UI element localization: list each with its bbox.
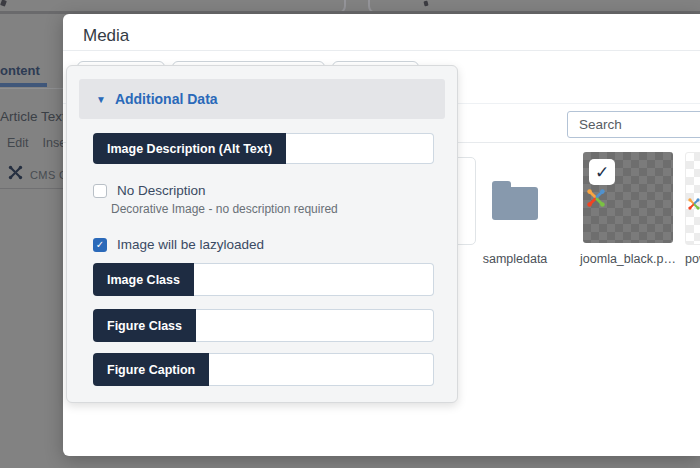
figure-caption-input[interactable] [209, 353, 434, 386]
no-description-label[interactable]: No Description [117, 183, 206, 198]
tab-content[interactable]: ontent [0, 63, 40, 78]
cms-status-label: CMS C [30, 169, 67, 181]
figure-class-input[interactable] [196, 309, 434, 342]
no-description-row: No Description [93, 183, 206, 198]
alt-text-label: Image Description (Alt Text) [93, 133, 286, 164]
alt-text-input[interactable] [286, 133, 434, 164]
selected-check-badge[interactable]: ✓ [589, 159, 615, 185]
panel-title: Additional Data [115, 91, 218, 107]
divider [0, 88, 63, 89]
menu-item-edit[interactable]: Edit [7, 136, 29, 150]
alt-text-field-group: Image Description (Alt Text) [93, 133, 434, 164]
check-icon: ✓ [96, 239, 104, 250]
divider [0, 188, 63, 189]
no-description-helper: Decorative Image - no description requir… [111, 202, 338, 216]
joomla-logo-icon [7, 164, 24, 185]
additional-data-panel: ▼ Additional Data Image Description (Alt… [66, 65, 458, 403]
editor-menubar: Edit Inse [7, 136, 66, 150]
joomla-color-logo-icon [687, 197, 700, 215]
additional-data-toggle[interactable]: ▼ Additional Data [79, 79, 445, 119]
screen: ontent Article Text Edit Inse CMS C Medi… [0, 0, 700, 468]
figure-caption-label: Figure Caption [93, 353, 209, 386]
check-icon: ✓ [595, 162, 609, 183]
media-item-image[interactable] [685, 152, 700, 245]
media-item-label: pow [685, 252, 700, 266]
divider [63, 50, 700, 51]
no-description-checkbox[interactable] [93, 184, 107, 198]
media-item-label: joomla_black.p… [576, 252, 680, 266]
folder-icon [492, 187, 538, 220]
figure-class-field-group: Figure Class [93, 309, 434, 342]
search-input[interactable] [567, 111, 700, 138]
image-class-input[interactable] [194, 263, 434, 296]
chevron-down-icon: ▼ [96, 94, 106, 105]
lazyload-checkbox[interactable]: ✓ [93, 238, 107, 252]
modal-title: Media [83, 26, 129, 46]
media-modal: Media sampledata ✓ [63, 14, 700, 456]
lazyload-row: ✓ Image will be lazyloaded [93, 237, 264, 252]
media-item-folder[interactable] [484, 157, 546, 243]
lazyload-label[interactable]: Image will be lazyloaded [117, 237, 264, 252]
media-item-image-selected[interactable]: ✓ [583, 152, 673, 243]
figure-caption-field-group: Figure Caption [93, 353, 434, 386]
image-class-label: Image Class [93, 263, 194, 296]
article-text-label: Article Text [0, 109, 66, 124]
joomla-color-logo-icon [585, 187, 607, 213]
media-item-label: sampledata [474, 252, 556, 266]
tab-active-underline [0, 83, 47, 87]
editor-statusbar: CMS C [7, 164, 67, 185]
image-class-field-group: Image Class [93, 263, 434, 296]
figure-class-label: Figure Class [93, 309, 196, 342]
